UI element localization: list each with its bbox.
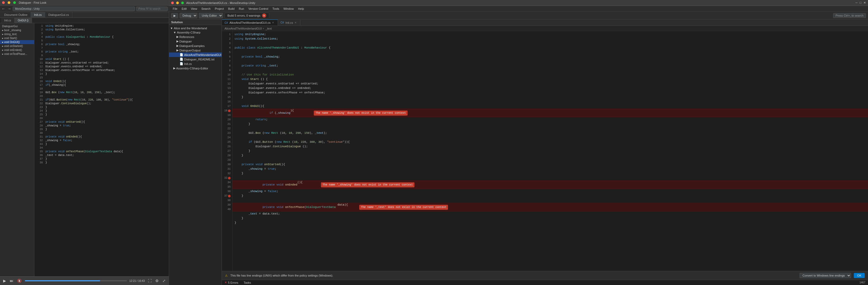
sol-assembly-csharp-editor[interactable]: ▶ Assembly-CSharp-Editor xyxy=(169,66,222,70)
code-line-28 xyxy=(232,158,868,162)
gutter-row-40: 40 xyxy=(222,207,232,212)
play-button[interactable]: ▶ xyxy=(3,278,7,283)
mute-button[interactable]: 🔇 xyxy=(17,278,22,283)
play-button-ide[interactable]: ▶ xyxy=(171,13,178,18)
gutter-row-29: 29 xyxy=(222,158,232,162)
menu-file[interactable]: File xyxy=(170,6,180,11)
menu-view[interactable]: View xyxy=(189,6,199,11)
sol-readme-file[interactable]: 📄 Dialoguer_README.txt xyxy=(169,57,222,62)
tab-close-init[interactable]: × xyxy=(294,21,297,25)
sol-assembly-csharp[interactable]: ▼ Assembly-CSharp xyxy=(169,30,222,35)
sol-alice-gui-file[interactable]: 📄 AliceAndTheWonderlandGUI.cs xyxy=(169,52,222,57)
tree-void-ontextphase: ▸ void onTextPhase... xyxy=(0,52,34,56)
error-count-label: 5 Errors xyxy=(228,281,238,284)
window-minimize[interactable]: ─ xyxy=(856,1,858,4)
sol-project-root[interactable]: ▼ Alice and the Wonderland xyxy=(169,26,222,30)
gutter-row-23: 23 xyxy=(222,131,232,135)
window-maximize[interactable]: □ xyxy=(860,1,861,4)
folder-icon: ▼ xyxy=(170,27,173,30)
search-bar[interactable]: Press 'R' to search xyxy=(136,7,168,11)
video-container: DialoguerGui ▸ bool _showing ▸ string_te… xyxy=(0,23,169,276)
video-code-editor: DialoguerGui ▸ bool _showing ▸ string_te… xyxy=(0,23,169,276)
code-line-2: using System.Collections; xyxy=(232,37,868,41)
errors-count: ✕ 5 Errors xyxy=(224,281,238,284)
gutter-row-19: 19 xyxy=(222,113,232,117)
tab-document-outline[interactable]: Document Outline xyxy=(1,12,31,17)
tasks-item: Tasks xyxy=(244,281,251,284)
nav-forward[interactable]: → xyxy=(7,6,11,11)
tree-string-text: ▸ string_text; xyxy=(0,32,34,36)
menu-tools[interactable]: Tools xyxy=(270,6,281,11)
build-status: Build 5 errors, 0 warnings 5 xyxy=(224,13,269,19)
left-panel: Dialoguer · First Look ← → MonoDevelop -… xyxy=(0,0,169,285)
fullscreen-button[interactable]: ⛶ xyxy=(147,278,152,283)
target-select[interactable]: Unity Editor xyxy=(199,13,223,18)
sol-references[interactable]: ▶ References xyxy=(169,35,222,39)
menu-build[interactable]: Build xyxy=(226,6,237,11)
menu-version-control[interactable]: Version Control xyxy=(246,6,270,11)
code-line-13: Dialoguer.events.onEnded += onEnded; xyxy=(232,86,868,91)
code-line-26: } xyxy=(232,149,868,153)
code-line-7 xyxy=(232,59,868,64)
breadcrumb-member: _text xyxy=(266,27,272,30)
code-line-36 xyxy=(232,198,868,203)
code-line-22: GUI.Box (new Rect (10, 10, 200, 150), _t… xyxy=(232,131,868,135)
ide-titlebar: AliceAndTheWonderlandGUI.cs - MonoDevelo… xyxy=(169,0,868,6)
error-tooltip-37: The name '_text' does not exist in the c… xyxy=(359,205,448,210)
code-content[interactable]: using UnityEngine; using System.Collecti… xyxy=(232,31,868,271)
notification-bar: ⚠ This file has line endings (UNIX) whic… xyxy=(222,271,868,280)
ide-title: AliceAndTheWonderlandGUI.cs - MonoDevelo… xyxy=(186,1,255,4)
ide-search-box[interactable]: Press Ctrl+, to search xyxy=(833,13,866,18)
errors-panel: ✕ 5 Errors Tasks 1467 xyxy=(222,280,868,285)
window-close[interactable]: ✕ xyxy=(864,1,866,4)
next-button[interactable]: ⏭ xyxy=(9,278,14,283)
menu-help[interactable]: Help xyxy=(296,6,306,11)
tree-void-start: ▸ void Start() xyxy=(0,36,34,40)
gutter-row-1: 1 xyxy=(222,32,232,37)
menu-search[interactable]: Search xyxy=(199,6,213,11)
sol-dialoguer[interactable]: ▶ Dialoguer xyxy=(169,39,222,43)
address-bar[interactable]: MonoDevelop - Unity xyxy=(13,7,135,11)
tree-void-ongui: ▸ void OnGUI() xyxy=(0,40,34,44)
convert-select[interactable]: Convert to Windows line endings xyxy=(800,273,851,278)
menu-run[interactable]: Run xyxy=(237,6,246,11)
code-line-39: } xyxy=(232,216,868,221)
expand-button[interactable]: ⤢ xyxy=(162,278,166,283)
ok-button[interactable]: OK xyxy=(854,273,865,278)
tasks-label: Tasks xyxy=(244,281,251,284)
build-config-select[interactable]: Debug xyxy=(180,13,197,18)
code-line-21 xyxy=(232,127,868,131)
nav-back[interactable]: ← xyxy=(1,6,6,11)
tab-close-alice[interactable]: × xyxy=(272,21,274,25)
tree-void-onstarted: ▸ void onStarted() xyxy=(0,44,34,48)
file-icon-cs: C# xyxy=(224,22,228,24)
sol-init-file[interactable]: 📄 Init.cs xyxy=(169,62,222,66)
folder-icon-dialoguer: ▶ xyxy=(177,40,179,43)
code-line-10: // Use this for initialization xyxy=(232,73,868,77)
gutter-row-26: 26 xyxy=(222,144,232,149)
code-line-34: _showing = false; xyxy=(232,189,868,194)
folder-icon-examples: ▶ xyxy=(177,44,179,47)
tab-init-cs[interactable]: Init.cs xyxy=(31,12,45,17)
menu-edit[interactable]: Edit xyxy=(180,6,189,11)
gutter-row-2: 2 xyxy=(222,37,232,41)
folder-icon-refs: ▶ xyxy=(177,35,179,39)
gutter-row-34: 34 xyxy=(222,180,232,185)
file-tab-init[interactable]: C# Init.cs × xyxy=(278,20,301,26)
tab-dialoguer-gui[interactable]: DialoguerGui.cs xyxy=(45,12,72,17)
settings-button[interactable]: ⚙ xyxy=(155,278,159,283)
sub-tab-init[interactable]: Init.cs xyxy=(1,18,14,23)
video-sidebar-tree: DialoguerGui ▸ bool _showing ▸ string_te… xyxy=(0,23,34,276)
notification-text: This file has line endings (UNIX) which … xyxy=(230,274,333,277)
file-tab-alice-gui[interactable]: C# AliceAndTheWonderlandGUI.cs × xyxy=(222,20,278,26)
menu-project[interactable]: Project xyxy=(213,6,226,11)
ide-main: Solution ▼ Alice and the Wonderland ▼ As… xyxy=(169,20,868,285)
folder-icon-editor: ▶ xyxy=(173,67,176,70)
sol-dialoguer-output[interactable]: ▶ DialoguerOutput xyxy=(169,48,222,52)
sol-dialoguer-examples[interactable]: ▶ DialoguerExamples xyxy=(169,43,222,48)
menu-window[interactable]: Window xyxy=(281,6,296,11)
progress-bar[interactable] xyxy=(25,280,127,281)
gutter-row-8: 8 xyxy=(222,64,232,68)
sub-tab-ongui[interactable]: OnGUI () xyxy=(14,18,32,23)
right-panel: AliceAndTheWonderlandGUI.cs - MonoDevelo… xyxy=(169,0,868,285)
